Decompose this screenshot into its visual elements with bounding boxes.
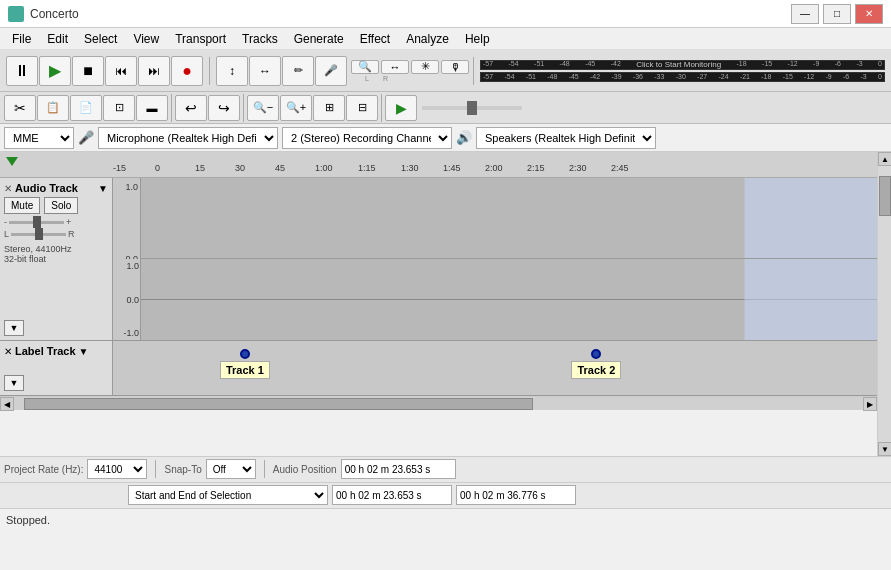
record-button[interactable]: ● bbox=[171, 56, 203, 86]
selection-end-input[interactable] bbox=[456, 485, 576, 505]
label-track-collapse[interactable]: ▼ bbox=[4, 375, 24, 391]
paste-button[interactable]: 📄 bbox=[70, 95, 102, 121]
cut-button[interactable]: ✂ bbox=[4, 95, 36, 121]
audio-position-input[interactable] bbox=[341, 459, 456, 479]
pause-button[interactable]: ⏸ bbox=[6, 56, 38, 86]
divider-5 bbox=[381, 94, 382, 122]
maximize-button[interactable]: □ bbox=[823, 4, 851, 24]
zoom-fit-button[interactable]: ⊟ bbox=[346, 95, 378, 121]
selection-start-input[interactable] bbox=[332, 485, 452, 505]
silence-button[interactable]: ▬ bbox=[136, 95, 168, 121]
zoom-in-tool[interactable]: 🔍 bbox=[351, 60, 379, 74]
ruler-mark: 2:45 bbox=[611, 163, 629, 173]
multi-tool[interactable]: ✳ bbox=[411, 60, 439, 74]
label-track2: Track 2 bbox=[571, 349, 621, 379]
selection-mode-select[interactable]: Start and End of Selection bbox=[128, 485, 328, 505]
pan-slider[interactable] bbox=[11, 233, 66, 236]
v-scroll-track[interactable] bbox=[878, 166, 891, 442]
title-bar: Concerto — □ ✕ bbox=[0, 0, 891, 28]
play-button[interactable]: ▶ bbox=[39, 56, 71, 86]
snap-to-select[interactable]: Off bbox=[206, 459, 256, 479]
host-select[interactable]: MME bbox=[4, 127, 74, 149]
h-scroll-thumb[interactable] bbox=[24, 398, 533, 410]
pan-tool[interactable]: ↔ bbox=[381, 60, 409, 74]
track-expand-button[interactable]: ▼ bbox=[98, 183, 108, 194]
waveform-display bbox=[141, 178, 877, 340]
track-buttons: Mute Solo bbox=[4, 197, 108, 214]
draw-tool[interactable]: ✏ bbox=[282, 56, 314, 86]
close-button[interactable]: ✕ bbox=[855, 4, 883, 24]
trim-button[interactable]: ⊡ bbox=[103, 95, 135, 121]
status-text: Stopped. bbox=[6, 514, 50, 526]
click-monitor[interactable]: Click to Start Monitoring bbox=[636, 60, 721, 69]
app-title: Concerto bbox=[30, 7, 791, 21]
track1-pin bbox=[240, 349, 250, 359]
zoom-sel-button[interactable]: ⊞ bbox=[313, 95, 345, 121]
zoom-out-button[interactable]: 🔍− bbox=[247, 95, 279, 121]
mic-button[interactable]: 🎤 bbox=[315, 56, 347, 86]
label-track-close[interactable]: ✕ bbox=[4, 346, 12, 357]
menu-generate[interactable]: Generate bbox=[286, 30, 352, 48]
vu-meter-bottom[interactable]: -57-54-51-48-45-42-39-36-33-30-27-24-21-… bbox=[480, 72, 885, 82]
scroll-right-button[interactable]: ▶ bbox=[863, 397, 877, 411]
skip-forward-button[interactable]: ⏭ bbox=[138, 56, 170, 86]
pan-l-label: L bbox=[4, 229, 9, 239]
menu-effect[interactable]: Effect bbox=[352, 30, 398, 48]
menu-transport[interactable]: Transport bbox=[167, 30, 234, 48]
menu-help[interactable]: Help bbox=[457, 30, 498, 48]
track-controls: ✕ Audio Track ▼ Mute Solo - + L bbox=[0, 178, 113, 340]
scroll-up-button[interactable]: ▲ bbox=[878, 152, 891, 166]
bottom-row2: Start and End of Selection bbox=[0, 483, 891, 508]
menu-analyze[interactable]: Analyze bbox=[398, 30, 457, 48]
menu-tracks[interactable]: Tracks bbox=[234, 30, 286, 48]
project-rate-select[interactable]: 44100 bbox=[87, 459, 147, 479]
skip-back-button[interactable]: ⏮ bbox=[105, 56, 137, 86]
v-scroll-thumb[interactable] bbox=[879, 176, 891, 216]
menu-edit[interactable]: Edit bbox=[39, 30, 76, 48]
stop-button[interactable]: ■ bbox=[72, 56, 104, 86]
mic-device-select[interactable]: Microphone (Realtek High Defini bbox=[98, 127, 278, 149]
zoom-in-button[interactable]: 🔍+ bbox=[280, 95, 312, 121]
solo-button[interactable]: Solo bbox=[44, 197, 78, 214]
vu-mic-btn[interactable]: 🎙 bbox=[441, 60, 469, 74]
play-green-button[interactable]: ▶ bbox=[385, 95, 417, 121]
track-close-button[interactable]: ✕ bbox=[4, 183, 12, 194]
track-info: Stereo, 44100Hz32-bit float bbox=[4, 244, 108, 264]
menu-file[interactable]: File bbox=[4, 30, 39, 48]
tracks-column: -15 0 15 30 45 1:00 1:15 1:30 1:45 2:00 … bbox=[0, 152, 877, 456]
scroll-down-button[interactable]: ▼ bbox=[878, 442, 891, 456]
label-track-expand[interactable]: ▼ bbox=[79, 346, 89, 357]
status-bar: Stopped. bbox=[0, 508, 891, 530]
h-scroll-track[interactable] bbox=[14, 397, 863, 410]
gain-slider[interactable] bbox=[9, 221, 64, 224]
label-track: ✕ Label Track ▼ ▼ Track 1 Track 2 bbox=[0, 341, 877, 396]
channels-select[interactable]: 2 (Stereo) Recording Channels bbox=[282, 127, 452, 149]
ruler-mark: 2:15 bbox=[527, 163, 545, 173]
redo-button[interactable]: ↪ bbox=[208, 95, 240, 121]
envelope-tool[interactable]: ↔ bbox=[249, 56, 281, 86]
svg-rect-6 bbox=[745, 259, 877, 340]
vu-meters: -57-54-51-48-45-42 Click to Start Monito… bbox=[478, 58, 887, 84]
speaker-device-select[interactable]: Speakers (Realtek High Definiti) bbox=[476, 127, 656, 149]
track-collapse-button[interactable]: ▼ bbox=[4, 320, 24, 336]
ruler-inner: -15 0 15 30 45 1:00 1:15 1:30 1:45 2:00 … bbox=[113, 152, 877, 175]
timeline-ruler: -15 0 15 30 45 1:00 1:15 1:30 1:45 2:00 … bbox=[0, 152, 877, 178]
window-controls: — □ ✕ bbox=[791, 4, 883, 24]
ruler-mark: 1:00 bbox=[315, 163, 333, 173]
scroll-left-button[interactable]: ◀ bbox=[0, 397, 14, 411]
menu-select[interactable]: Select bbox=[76, 30, 125, 48]
h-scrollbar: ◀ ▶ bbox=[0, 396, 877, 410]
vu-meter-top[interactable]: -57-54-51-48-45-42 Click to Start Monito… bbox=[480, 60, 885, 70]
menu-view[interactable]: View bbox=[125, 30, 167, 48]
audio-position-label: Audio Position bbox=[273, 464, 337, 475]
mute-button[interactable]: Mute bbox=[4, 197, 40, 214]
playhead-triangle bbox=[6, 157, 18, 166]
copy-button[interactable]: 📋 bbox=[37, 95, 69, 121]
undo-button[interactable]: ↩ bbox=[175, 95, 207, 121]
cursor-tool[interactable]: ↕ bbox=[216, 56, 248, 86]
minimize-button[interactable]: — bbox=[791, 4, 819, 24]
tool-buttons: ↕ ↔ ✏ 🎤 bbox=[214, 55, 349, 87]
playback-speed-slider[interactable] bbox=[422, 106, 522, 110]
waveform-svg-top bbox=[141, 178, 877, 258]
scale-mid2: 0.0 bbox=[114, 295, 139, 305]
